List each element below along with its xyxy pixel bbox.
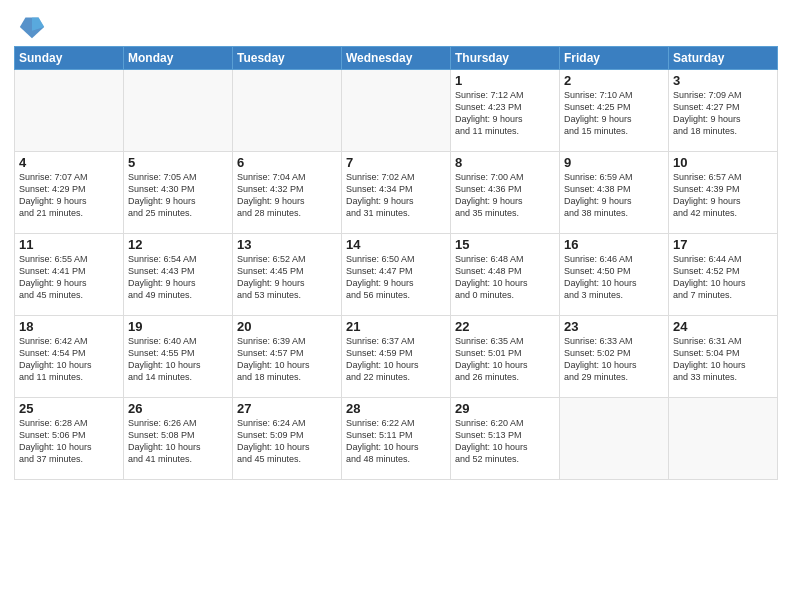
day-number: 11 bbox=[19, 237, 119, 252]
calendar-week-5: 25Sunrise: 6:28 AM Sunset: 5:06 PM Dayli… bbox=[15, 398, 778, 480]
day-info: Sunrise: 6:44 AM Sunset: 4:52 PM Dayligh… bbox=[673, 253, 773, 302]
day-number: 15 bbox=[455, 237, 555, 252]
weekday-header-wednesday: Wednesday bbox=[342, 47, 451, 70]
calendar-cell: 13Sunrise: 6:52 AM Sunset: 4:45 PM Dayli… bbox=[233, 234, 342, 316]
calendar-cell: 28Sunrise: 6:22 AM Sunset: 5:11 PM Dayli… bbox=[342, 398, 451, 480]
weekday-header-tuesday: Tuesday bbox=[233, 47, 342, 70]
day-info: Sunrise: 6:57 AM Sunset: 4:39 PM Dayligh… bbox=[673, 171, 773, 220]
day-number: 25 bbox=[19, 401, 119, 416]
day-number: 14 bbox=[346, 237, 446, 252]
day-info: Sunrise: 6:24 AM Sunset: 5:09 PM Dayligh… bbox=[237, 417, 337, 466]
calendar-cell: 27Sunrise: 6:24 AM Sunset: 5:09 PM Dayli… bbox=[233, 398, 342, 480]
day-number: 21 bbox=[346, 319, 446, 334]
calendar-cell: 25Sunrise: 6:28 AM Sunset: 5:06 PM Dayli… bbox=[15, 398, 124, 480]
calendar-cell: 16Sunrise: 6:46 AM Sunset: 4:50 PM Dayli… bbox=[560, 234, 669, 316]
calendar-cell bbox=[233, 70, 342, 152]
day-info: Sunrise: 6:26 AM Sunset: 5:08 PM Dayligh… bbox=[128, 417, 228, 466]
day-info: Sunrise: 7:02 AM Sunset: 4:34 PM Dayligh… bbox=[346, 171, 446, 220]
calendar-cell: 29Sunrise: 6:20 AM Sunset: 5:13 PM Dayli… bbox=[451, 398, 560, 480]
calendar-cell: 23Sunrise: 6:33 AM Sunset: 5:02 PM Dayli… bbox=[560, 316, 669, 398]
weekday-header-friday: Friday bbox=[560, 47, 669, 70]
weekday-header-saturday: Saturday bbox=[669, 47, 778, 70]
day-number: 24 bbox=[673, 319, 773, 334]
calendar-cell: 11Sunrise: 6:55 AM Sunset: 4:41 PM Dayli… bbox=[15, 234, 124, 316]
calendar-cell bbox=[560, 398, 669, 480]
calendar-cell: 1Sunrise: 7:12 AM Sunset: 4:23 PM Daylig… bbox=[451, 70, 560, 152]
day-number: 5 bbox=[128, 155, 228, 170]
calendar-cell: 24Sunrise: 6:31 AM Sunset: 5:04 PM Dayli… bbox=[669, 316, 778, 398]
day-number: 9 bbox=[564, 155, 664, 170]
weekday-header-thursday: Thursday bbox=[451, 47, 560, 70]
calendar-cell bbox=[342, 70, 451, 152]
calendar-cell: 17Sunrise: 6:44 AM Sunset: 4:52 PM Dayli… bbox=[669, 234, 778, 316]
day-number: 23 bbox=[564, 319, 664, 334]
day-number: 4 bbox=[19, 155, 119, 170]
calendar-week-2: 4Sunrise: 7:07 AM Sunset: 4:29 PM Daylig… bbox=[15, 152, 778, 234]
day-number: 16 bbox=[564, 237, 664, 252]
day-info: Sunrise: 6:52 AM Sunset: 4:45 PM Dayligh… bbox=[237, 253, 337, 302]
day-info: Sunrise: 6:20 AM Sunset: 5:13 PM Dayligh… bbox=[455, 417, 555, 466]
day-number: 7 bbox=[346, 155, 446, 170]
day-info: Sunrise: 6:50 AM Sunset: 4:47 PM Dayligh… bbox=[346, 253, 446, 302]
day-info: Sunrise: 6:40 AM Sunset: 4:55 PM Dayligh… bbox=[128, 335, 228, 384]
day-number: 1 bbox=[455, 73, 555, 88]
day-info: Sunrise: 6:28 AM Sunset: 5:06 PM Dayligh… bbox=[19, 417, 119, 466]
weekday-header-monday: Monday bbox=[124, 47, 233, 70]
calendar-cell: 21Sunrise: 6:37 AM Sunset: 4:59 PM Dayli… bbox=[342, 316, 451, 398]
calendar-cell bbox=[15, 70, 124, 152]
logo bbox=[14, 14, 46, 40]
day-info: Sunrise: 6:55 AM Sunset: 4:41 PM Dayligh… bbox=[19, 253, 119, 302]
calendar-week-4: 18Sunrise: 6:42 AM Sunset: 4:54 PM Dayli… bbox=[15, 316, 778, 398]
day-number: 20 bbox=[237, 319, 337, 334]
day-number: 29 bbox=[455, 401, 555, 416]
day-info: Sunrise: 6:37 AM Sunset: 4:59 PM Dayligh… bbox=[346, 335, 446, 384]
calendar-cell: 10Sunrise: 6:57 AM Sunset: 4:39 PM Dayli… bbox=[669, 152, 778, 234]
day-info: Sunrise: 6:42 AM Sunset: 4:54 PM Dayligh… bbox=[19, 335, 119, 384]
day-number: 10 bbox=[673, 155, 773, 170]
calendar-cell bbox=[124, 70, 233, 152]
day-info: Sunrise: 7:04 AM Sunset: 4:32 PM Dayligh… bbox=[237, 171, 337, 220]
day-info: Sunrise: 7:12 AM Sunset: 4:23 PM Dayligh… bbox=[455, 89, 555, 138]
calendar-cell: 22Sunrise: 6:35 AM Sunset: 5:01 PM Dayli… bbox=[451, 316, 560, 398]
day-number: 19 bbox=[128, 319, 228, 334]
day-info: Sunrise: 7:07 AM Sunset: 4:29 PM Dayligh… bbox=[19, 171, 119, 220]
day-info: Sunrise: 6:33 AM Sunset: 5:02 PM Dayligh… bbox=[564, 335, 664, 384]
day-info: Sunrise: 6:35 AM Sunset: 5:01 PM Dayligh… bbox=[455, 335, 555, 384]
calendar-cell: 5Sunrise: 7:05 AM Sunset: 4:30 PM Daylig… bbox=[124, 152, 233, 234]
logo-icon bbox=[18, 12, 46, 40]
calendar-cell: 26Sunrise: 6:26 AM Sunset: 5:08 PM Dayli… bbox=[124, 398, 233, 480]
day-number: 6 bbox=[237, 155, 337, 170]
calendar-cell: 9Sunrise: 6:59 AM Sunset: 4:38 PM Daylig… bbox=[560, 152, 669, 234]
day-number: 8 bbox=[455, 155, 555, 170]
day-info: Sunrise: 7:00 AM Sunset: 4:36 PM Dayligh… bbox=[455, 171, 555, 220]
day-info: Sunrise: 7:10 AM Sunset: 4:25 PM Dayligh… bbox=[564, 89, 664, 138]
calendar-week-3: 11Sunrise: 6:55 AM Sunset: 4:41 PM Dayli… bbox=[15, 234, 778, 316]
calendar: SundayMondayTuesdayWednesdayThursdayFrid… bbox=[14, 46, 778, 480]
calendar-cell: 4Sunrise: 7:07 AM Sunset: 4:29 PM Daylig… bbox=[15, 152, 124, 234]
calendar-cell: 14Sunrise: 6:50 AM Sunset: 4:47 PM Dayli… bbox=[342, 234, 451, 316]
calendar-cell: 18Sunrise: 6:42 AM Sunset: 4:54 PM Dayli… bbox=[15, 316, 124, 398]
day-info: Sunrise: 6:39 AM Sunset: 4:57 PM Dayligh… bbox=[237, 335, 337, 384]
calendar-cell: 8Sunrise: 7:00 AM Sunset: 4:36 PM Daylig… bbox=[451, 152, 560, 234]
page: SundayMondayTuesdayWednesdayThursdayFrid… bbox=[0, 0, 792, 488]
calendar-cell: 15Sunrise: 6:48 AM Sunset: 4:48 PM Dayli… bbox=[451, 234, 560, 316]
calendar-cell: 20Sunrise: 6:39 AM Sunset: 4:57 PM Dayli… bbox=[233, 316, 342, 398]
calendar-cell: 6Sunrise: 7:04 AM Sunset: 4:32 PM Daylig… bbox=[233, 152, 342, 234]
calendar-cell: 7Sunrise: 7:02 AM Sunset: 4:34 PM Daylig… bbox=[342, 152, 451, 234]
day-number: 18 bbox=[19, 319, 119, 334]
weekday-header-sunday: Sunday bbox=[15, 47, 124, 70]
day-info: Sunrise: 6:54 AM Sunset: 4:43 PM Dayligh… bbox=[128, 253, 228, 302]
day-number: 22 bbox=[455, 319, 555, 334]
day-number: 13 bbox=[237, 237, 337, 252]
calendar-cell: 2Sunrise: 7:10 AM Sunset: 4:25 PM Daylig… bbox=[560, 70, 669, 152]
weekday-header-row: SundayMondayTuesdayWednesdayThursdayFrid… bbox=[15, 47, 778, 70]
calendar-cell: 12Sunrise: 6:54 AM Sunset: 4:43 PM Dayli… bbox=[124, 234, 233, 316]
calendar-week-1: 1Sunrise: 7:12 AM Sunset: 4:23 PM Daylig… bbox=[15, 70, 778, 152]
svg-marker-1 bbox=[32, 18, 44, 31]
day-info: Sunrise: 7:09 AM Sunset: 4:27 PM Dayligh… bbox=[673, 89, 773, 138]
day-info: Sunrise: 6:59 AM Sunset: 4:38 PM Dayligh… bbox=[564, 171, 664, 220]
day-info: Sunrise: 7:05 AM Sunset: 4:30 PM Dayligh… bbox=[128, 171, 228, 220]
day-number: 27 bbox=[237, 401, 337, 416]
day-info: Sunrise: 6:46 AM Sunset: 4:50 PM Dayligh… bbox=[564, 253, 664, 302]
calendar-cell: 3Sunrise: 7:09 AM Sunset: 4:27 PM Daylig… bbox=[669, 70, 778, 152]
